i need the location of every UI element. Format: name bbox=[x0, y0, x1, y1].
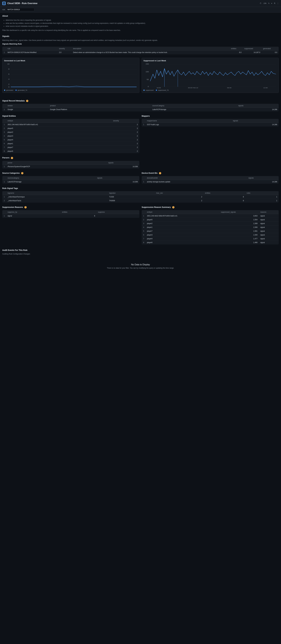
refresh-icon[interactable]: ↻ bbox=[268, 2, 270, 4]
se-row-num: 5 bbox=[2, 138, 6, 142]
rst-tagname: _mitreAttackTactic bbox=[6, 199, 108, 203]
srm-col-sourcecategory: sourceCategory bbox=[151, 104, 237, 108]
time-range[interactable]: -24h bbox=[263, 2, 266, 4]
rst-maxsev: 2 bbox=[155, 199, 204, 203]
svg-text:18:00: 18:00 bbox=[156, 87, 161, 88]
about-bullet-1: determine how the rule is impacting the … bbox=[6, 19, 279, 22]
rst-col-entities: entities bbox=[204, 191, 245, 195]
sc-col-signals: signals bbox=[96, 176, 139, 180]
mapper-signals: 14,306 bbox=[232, 123, 278, 126]
se-row-num: 3 bbox=[2, 130, 6, 134]
col-entities: entities bbox=[230, 47, 243, 50]
rst-rules: 1 bbox=[245, 199, 278, 203]
generated-chart-legend: generated generated_7d bbox=[4, 89, 138, 91]
about-bullet-3: what source record metadata results in s… bbox=[6, 25, 279, 28]
rule-generated: 0.0 bbox=[262, 50, 279, 54]
dei-col-deviceeventid: deviceEventId bbox=[146, 176, 247, 180]
audit-events-title: Audit Events For This Rule bbox=[2, 249, 279, 252]
app-header: Cloud SIEM - Rule Overview ⏱ -24h ↻ ▾ ⚗ … bbox=[0, 0, 281, 7]
app-icon bbox=[2, 2, 6, 5]
rule-name: MATCH-S00619 GCP Bucket Modified bbox=[6, 50, 58, 54]
rule-filter-input[interactable] bbox=[6, 8, 34, 11]
suppressed-chart-title: Suppressed vs Last Week bbox=[144, 60, 277, 62]
srs-col-reasons: reasons bbox=[259, 210, 278, 214]
chevron-down-icon[interactable]: ▾ bbox=[271, 2, 272, 4]
auditing-rule-subtitle: Auditing Rule Configuration Changes bbox=[2, 253, 279, 256]
charts-row: Generated vs Last Week 10 8 6 4 2 0 bbox=[2, 58, 279, 96]
device-event-ids-section: Device Event IDs ! deviceEventId signals… bbox=[142, 172, 279, 184]
srs-reasons: signal bbox=[259, 226, 278, 229]
rst-maxsev: 2 bbox=[155, 195, 204, 199]
srs-row-num: 5 bbox=[142, 229, 146, 233]
svg-text:6: 6 bbox=[8, 74, 10, 75]
se-row-num: 1 bbox=[2, 123, 6, 126]
srs-row-num: 7 bbox=[142, 237, 146, 241]
table-row: 1 Google Google Cloud Platform Labs/GCP/… bbox=[2, 108, 279, 112]
sc-category: Labs/GCP/storage bbox=[6, 180, 96, 184]
srs-suppressedsignals: 1,477 bbox=[220, 237, 259, 241]
se-row-num: 8 bbox=[2, 149, 6, 153]
filter-label: rule bbox=[2, 8, 5, 10]
parser-name: /Parsers/System/Google/GCP bbox=[6, 164, 107, 168]
srm-row-num: 1 bbox=[2, 108, 6, 112]
generated-legend-item-2: generated_7d bbox=[16, 89, 27, 91]
col-severity: severity bbox=[58, 47, 72, 50]
col-suppressed: suppressed bbox=[243, 47, 262, 50]
suppressed-dot bbox=[144, 90, 144, 91]
srm-col-product: product bbox=[48, 104, 151, 108]
more-icon[interactable]: ⋮ bbox=[277, 2, 279, 4]
rst-entities: 8 bbox=[204, 199, 245, 203]
mappers-table: mappername signals 1 GCP Audit Logs 14,3… bbox=[142, 119, 279, 126]
se-row-num: 2 bbox=[2, 126, 6, 130]
device-event-ids-table: deviceEventId signals 1 activity-storage… bbox=[142, 176, 279, 184]
sr-entities: 8 bbox=[60, 214, 96, 218]
se-severity: 2 bbox=[112, 149, 139, 153]
dei-signals: 14,306 bbox=[247, 180, 279, 184]
map-col-mappername: mappername bbox=[146, 119, 232, 123]
device-event-ids-title: Device Event IDs ! bbox=[142, 172, 279, 175]
sr-suppress bbox=[96, 214, 139, 218]
se-entityid: 2601:246:4b02:580d:f97f:b954:9a83:c41 bbox=[6, 123, 112, 126]
clock-icon: ⏱ bbox=[260, 2, 262, 4]
srs-row-num: 2 bbox=[142, 218, 146, 222]
srs-reasons: signal bbox=[259, 218, 278, 222]
srs-suppressedsignals: 1,581 bbox=[220, 229, 259, 233]
srs-entityid: player3 bbox=[146, 233, 220, 237]
srs-reasons: signal bbox=[259, 241, 278, 244]
table-row: 3 player2 1,589 signal bbox=[142, 222, 279, 226]
suppression-reasons-section: Suppression Reasons ! suppress_by entiti… bbox=[2, 206, 139, 244]
se-row-num: 6 bbox=[2, 142, 6, 146]
about-bullets: determine how the rule is impacting the … bbox=[2, 19, 279, 28]
signals-matching-rule-title: Signals Matching Rule bbox=[2, 43, 279, 46]
dei-col-signals: signals bbox=[247, 176, 279, 180]
suppressed-chart: Suppressed vs Last Week 150 100 50 0 bbox=[142, 58, 279, 93]
signal-record-metadata-table: vendor product sourceCategory signals 1 … bbox=[2, 104, 279, 112]
sr-col-num bbox=[2, 210, 6, 214]
srs-reasons: signal bbox=[259, 229, 278, 233]
rst-col-num bbox=[2, 191, 6, 195]
se-severity: 2 bbox=[112, 130, 139, 134]
table-row: 2 player5 1,554 signal bbox=[142, 218, 279, 222]
srm-col-num bbox=[2, 104, 6, 108]
table-row: 7 player7 2 bbox=[2, 146, 139, 149]
generated-dot bbox=[4, 90, 5, 91]
svg-text:0: 0 bbox=[148, 86, 149, 88]
sr-suppressby: signal bbox=[6, 214, 60, 218]
srs-row-num: 3 bbox=[142, 222, 146, 226]
srs-row-num: 4 bbox=[142, 226, 146, 229]
suppression-reasons-table: suppress_by entities suppress 1 signal 8 bbox=[2, 210, 139, 218]
srs-entityid: player1 bbox=[146, 226, 220, 229]
signal-entities-section: Signal Entities entityid severity 1 2601… bbox=[2, 115, 139, 153]
rule-signal-tags-section: Rule Signal Tags tagname tagvalue max_se… bbox=[2, 187, 279, 203]
mapper-name: GCP Audit Logs bbox=[146, 123, 232, 126]
svg-rect-3 bbox=[4, 4, 5, 4]
table-row: 5 player4 2 bbox=[2, 138, 139, 142]
se-entityid: player3 bbox=[6, 134, 112, 138]
sr-col-suppressby: suppress_by bbox=[6, 210, 60, 214]
filter-bar: rule bbox=[0, 7, 281, 12]
srs-suppressedsignals: 1,506 bbox=[220, 226, 259, 229]
rst-col-maxsev: max_sev bbox=[155, 191, 204, 195]
filter-icon[interactable]: ⚗ bbox=[274, 2, 275, 4]
rst-rules: 1 bbox=[245, 195, 278, 199]
se-entityid: player2 bbox=[6, 130, 112, 134]
